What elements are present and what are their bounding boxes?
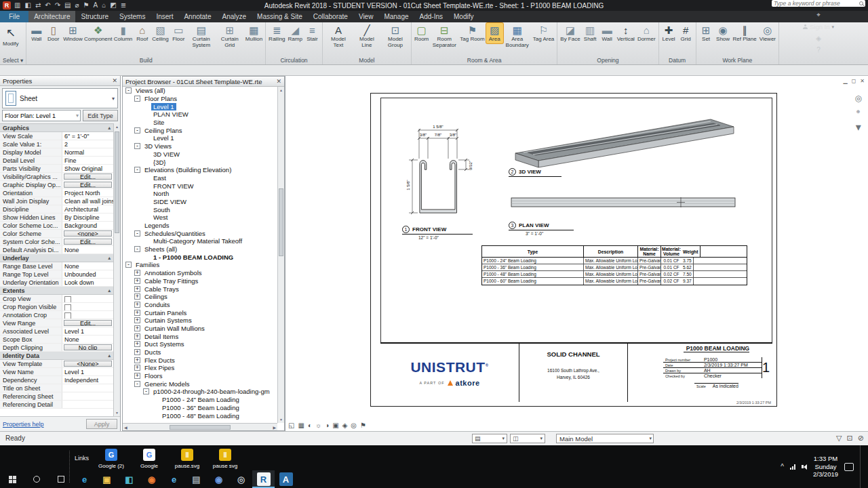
property-row[interactable]: Color Scheme Loc... Background: [0, 222, 113, 230]
tree-item[interactable]: + Ceilings: [123, 293, 277, 301]
tree-item-label[interactable]: Cable Tray Fittings: [142, 277, 200, 285]
taskbar-app[interactable]: ▣: [96, 470, 118, 488]
tree-item-label[interactable]: {3D}: [151, 159, 168, 166]
property-row[interactable]: Scope Box None: [0, 336, 113, 344]
tree-item[interactable]: Multi-Category Material Takeoff: [123, 237, 277, 245]
nav-zoom-icon[interactable]: ⊕: [856, 109, 861, 115]
tree-toggle[interactable]: -: [134, 143, 140, 149]
nav-caret-icon[interactable]: ▾: [856, 121, 861, 134]
tree-item[interactable]: P1000 - 36" Beam Loading: [123, 404, 277, 412]
property-value[interactable]: [62, 401, 113, 408]
ribbon-button[interactable]: ▢ Room: [413, 23, 430, 43]
property-value[interactable]: No clip: [64, 344, 112, 350]
property-value[interactable]: Fine: [62, 157, 113, 164]
ribbon-panel-title[interactable]: Room & Area: [412, 56, 557, 64]
tree-item-label[interactable]: 1 - P1000 BEAM LOADING: [151, 253, 235, 261]
property-value[interactable]: Normal: [62, 148, 113, 156]
tree-item[interactable]: North: [123, 190, 277, 198]
tree-item[interactable]: + Flex Pipes: [123, 364, 277, 372]
tree-item[interactable]: SIDE VIEW: [123, 198, 277, 206]
tree-toggle[interactable]: -: [125, 262, 132, 268]
tree-item[interactable]: - Sheets (all): [123, 245, 277, 253]
text-icon[interactable]: A: [94, 2, 98, 9]
tree-item[interactable]: Site: [123, 119, 277, 127]
tree-item-label[interactable]: Families: [134, 261, 161, 268]
property-row[interactable]: Depth Clipping No clip: [0, 344, 113, 352]
property-value[interactable]: [62, 303, 113, 310]
ribbon-button[interactable]: # Grid: [677, 23, 694, 43]
tree-toggle[interactable]: -: [134, 127, 140, 134]
binoculars-icon[interactable]: ⌖: [816, 12, 821, 18]
sync-icon[interactable]: ⇄: [35, 2, 41, 9]
property-value[interactable]: [62, 295, 113, 302]
ribbon-button[interactable]: ∥ Ref Plane: [732, 23, 758, 43]
taskbar-app[interactable]: ▤: [185, 470, 208, 488]
tree-item[interactable]: {3D}: [123, 158, 277, 166]
volume-icon[interactable]: [802, 464, 807, 470]
tree-item[interactable]: + Duct Systems: [123, 340, 277, 348]
ribbon-button[interactable]: ≣ Railing: [267, 23, 286, 43]
taskbar-app[interactable]: e: [163, 470, 185, 488]
tree-toggle[interactable]: +: [134, 286, 140, 292]
close-icon[interactable]: ✕: [112, 77, 117, 84]
mdi-restore-icon[interactable]: ◻: [852, 78, 856, 84]
property-row[interactable]: Referencing Sheet: [0, 392, 113, 401]
tree-item[interactable]: + Ducts: [123, 348, 277, 357]
tree-item-label[interactable]: West: [151, 214, 170, 221]
type-selector[interactable]: Sheet ▾: [2, 88, 118, 108]
tree-item[interactable]: South: [123, 205, 277, 214]
plan-view-title[interactable]: 3 PLAN VIEW: [509, 222, 574, 230]
ribbon-button[interactable]: ▧ Ceiling: [151, 23, 170, 43]
save-icon[interactable]: ◧: [24, 2, 31, 9]
property-value[interactable]: None: [62, 246, 113, 253]
property-value[interactable]: <none>: [64, 230, 112, 237]
scroll-up-icon[interactable]: ▲: [114, 123, 120, 130]
undo-icon[interactable]: ↶: [45, 2, 50, 9]
ribbon-panel-title[interactable]: Datum: [659, 56, 696, 64]
exclude-icon[interactable]: ⊘: [858, 434, 864, 443]
property-value[interactable]: Level 1: [62, 368, 113, 375]
tree-item[interactable]: + Floors: [123, 372, 277, 380]
ribbon-button[interactable]: ▮ Column: [113, 23, 134, 43]
design-options-dropdown[interactable]: ◫▾: [510, 434, 545, 443]
tree-item-label[interactable]: Flex Ducts: [142, 357, 177, 364]
tree-item-label[interactable]: Curtain Panels: [142, 309, 189, 317]
tree-toggle[interactable]: +: [134, 270, 140, 276]
tree-item[interactable]: + Flex Ducts: [123, 356, 277, 364]
property-row[interactable]: Range Base Level None: [0, 262, 113, 270]
tree-toggle[interactable]: +: [134, 325, 140, 331]
tree-item[interactable]: P1000 - 48" Beam Loading: [123, 411, 277, 420]
tree-toggle[interactable]: +: [134, 278, 140, 284]
property-value[interactable]: <None>: [64, 361, 112, 367]
property-row[interactable]: Orientation Project North: [0, 189, 113, 197]
ribbon-button[interactable]: ▤ Curtain System: [187, 23, 216, 49]
ribbon-tab[interactable]: Manage: [378, 11, 414, 22]
properties-help-link[interactable]: Properties help: [3, 421, 44, 428]
tree-item-label[interactable]: Curtain Systems: [142, 317, 194, 324]
scroll-up-icon[interactable]: ▲: [278, 87, 284, 94]
start-button[interactable]: [0, 470, 24, 488]
modify-button[interactable]: ↖ Modify: [1, 23, 20, 48]
tree-item[interactable]: - Ceiling Plans: [123, 126, 277, 134]
property-row[interactable]: Parts Visibility Show Original: [0, 165, 113, 173]
tree-item[interactable]: Legends: [123, 222, 277, 230]
tree-item-label[interactable]: Annotation Symbols: [142, 269, 204, 277]
property-row[interactable]: Associated Level Level 1: [0, 327, 113, 336]
tree-toggle[interactable]: -: [134, 96, 140, 102]
front-view-title[interactable]: 1 FRONT VIEW: [402, 226, 473, 235]
select-panel-title[interactable]: Select ▾: [0, 56, 26, 64]
property-section-header[interactable]: Underlay ▴: [0, 254, 113, 262]
tree-item-label[interactable]: Schedules/Quantities: [142, 230, 208, 237]
ribbon-button[interactable]: ⌂ Roof: [134, 23, 151, 43]
property-section-header[interactable]: Extents ▴: [0, 287, 113, 295]
edit-type-button[interactable]: Edit Type: [83, 110, 118, 121]
tree-item[interactable]: PLAN VIEW: [123, 110, 277, 119]
taskbar-app[interactable]: ◎: [230, 470, 252, 488]
ribbon-button[interactable]: ⊟ Room Separator: [430, 23, 458, 49]
ribbon-button[interactable]: ◉ Show: [715, 23, 732, 43]
tree-item-label[interactable]: Level 1: [151, 134, 176, 142]
ribbon-button[interactable]: ✚ Level: [660, 23, 677, 43]
action-center-icon[interactable]: [844, 463, 854, 471]
taskbar-app[interactable]: R: [252, 470, 275, 488]
tree-toggle[interactable]: +: [134, 349, 140, 355]
